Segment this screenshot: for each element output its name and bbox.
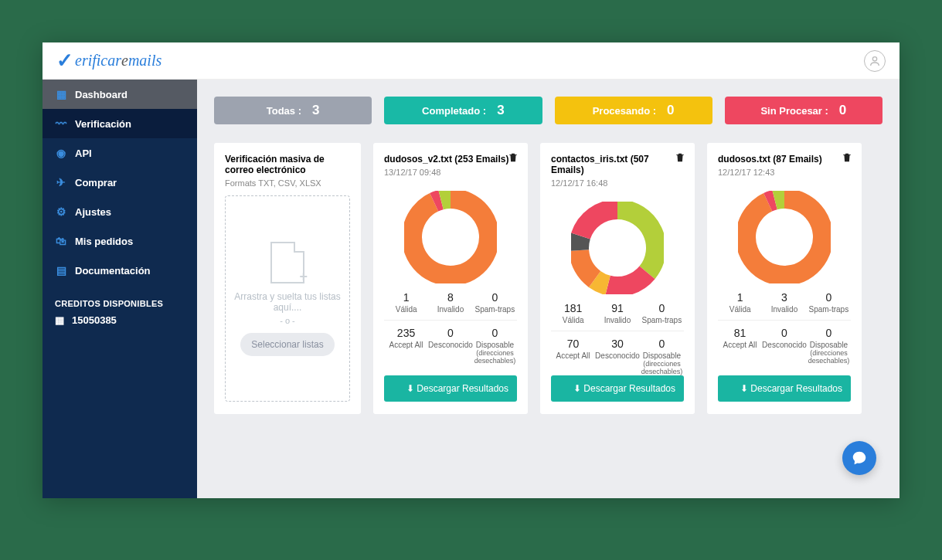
credits-icon: ▦ [55,314,64,326]
svg-point-0 [872,56,876,60]
result-card: dudosos_v2.txt (253 Emails)13/12/17 09:4… [373,143,528,414]
donut-chart [738,191,831,283]
download-button[interactable]: ⬇ Descargar Resultados [384,375,517,402]
trash-icon [842,152,852,163]
pulse-icon: 〰 [55,117,67,130]
chat-fab[interactable] [842,441,876,475]
donut-chart [571,202,664,294]
sidebar-item-label: Ajustes [75,206,111,218]
delete-button[interactable] [508,152,519,166]
doc-icon: ▤ [55,264,67,277]
trash-icon [675,152,685,163]
sidebar-item-comprar[interactable]: ✈Comprar [43,168,197,197]
stats-row: 181Válida91Invalido0Spam-traps [551,302,684,331]
download-button[interactable]: ⬇ Descargar Resultados [551,375,684,402]
chat-icon [851,450,868,467]
result-date: 12/12/17 16:48 [551,178,684,188]
upload-formats: Formats TXT, CSV, XLSX [225,178,350,188]
app-window: ✓ erificar e mails ▦Dashboard 〰Verificac… [43,42,899,498]
stats-row: 1Válida3Invalido0Spam-traps [718,291,851,321]
credits-value: ▦15050385 [43,314,197,326]
sidebar-item-documentacion[interactable]: ▤Documentación [43,256,197,285]
stats-row: 1Válida8Invalido0Spam-traps [384,291,517,321]
sidebar-item-pedidos[interactable]: 🛍Mis pedidos [43,226,197,256]
dashboard-icon: ▦ [55,88,67,100]
download-icon [393,384,402,393]
sidebar-item-api[interactable]: ◉API [43,138,197,168]
main-content: Todas :3 Completado :3 Procesando :0 Sin… [197,80,899,498]
sidebar-item-label: Mis pedidos [75,236,133,247]
upload-title: Verificación masiva de correo electrónic… [225,154,350,175]
header: ✓ erificar e mails [43,42,899,80]
download-button[interactable]: ⬇ Descargar Resultados [718,375,851,402]
sidebar-item-verificacion[interactable]: 〰Verificación [43,109,197,138]
sidebar-item-label: Comprar [75,177,117,188]
logo: ✓ erificar e mails [56,49,162,73]
user-icon [869,55,881,67]
status-row: Todas :3 Completado :3 Procesando :0 Sin… [214,97,882,124]
status-sin-procesar[interactable]: Sin Procesar :0 [725,97,882,124]
sidebar-item-dashboard[interactable]: ▦Dashboard [43,80,197,109]
delete-button[interactable] [675,152,685,166]
upload-card: Verificación masiva de correo electrónic… [214,143,361,414]
select-lists-button[interactable]: Seleccionar listas [240,333,334,356]
sidebar-item-label: Documentación [75,265,151,277]
result-title: dudosos_v2.txt (253 Emails) [384,154,517,165]
stats-row: 235Accept All0Desconocido0Disposable(dir… [384,327,517,365]
result-title: dudosos.txt (87 Emails) [718,154,851,165]
status-procesando[interactable]: Procesando :0 [555,97,712,124]
result-card: contactos_iris.txt (507 Emails)12/12/17 … [540,143,695,414]
dropzone-text: Arrastra y suelta tus listas aquí.... [230,291,345,313]
sidebar-item-label: Verificación [75,118,131,130]
delete-button[interactable] [842,152,852,166]
stats-row: 81Accept All0Desconocido0Disposable(dire… [718,327,851,365]
sidebar-item-label: API [75,148,92,159]
result-title: contactos_iris.txt (507 Emails) [551,154,684,175]
status-completado[interactable]: Completado :3 [384,97,542,124]
bag-icon: 🛍 [55,235,67,247]
dropzone-or: - o - [280,316,295,325]
send-icon: ✈ [55,176,67,188]
sidebar-item-ajustes[interactable]: ⚙Ajustes [43,197,197,226]
donut-chart [404,191,497,283]
status-todas[interactable]: Todas :3 [214,97,372,124]
stats-row: 70Accept All30Desconocido0Disposable(dir… [551,338,684,375]
cards-row: Verificación masiva de correo electrónic… [214,143,882,414]
check-icon: ✓ [56,49,73,73]
user-avatar[interactable] [864,50,886,72]
sidebar-item-label: Dashboard [75,89,128,100]
result-date: 12/12/17 12:43 [718,168,851,177]
result-date: 13/12/17 09:48 [384,168,517,177]
file-icon [270,242,304,283]
dropzone[interactable]: Arrastra y suelta tus listas aquí.... - … [225,195,350,402]
download-icon [726,384,736,393]
download-icon [559,384,569,393]
sidebar: ▦Dashboard 〰Verificación ◉API ✈Comprar ⚙… [43,80,197,498]
gear-icon: ⚙ [55,205,67,218]
credits-title: CREDITOS DISPONIBLES [43,285,197,314]
result-card: dudosos.txt (87 Emails)12/12/17 12:431Vá… [707,143,862,414]
trash-icon [508,152,519,163]
api-icon: ◉ [55,147,67,159]
